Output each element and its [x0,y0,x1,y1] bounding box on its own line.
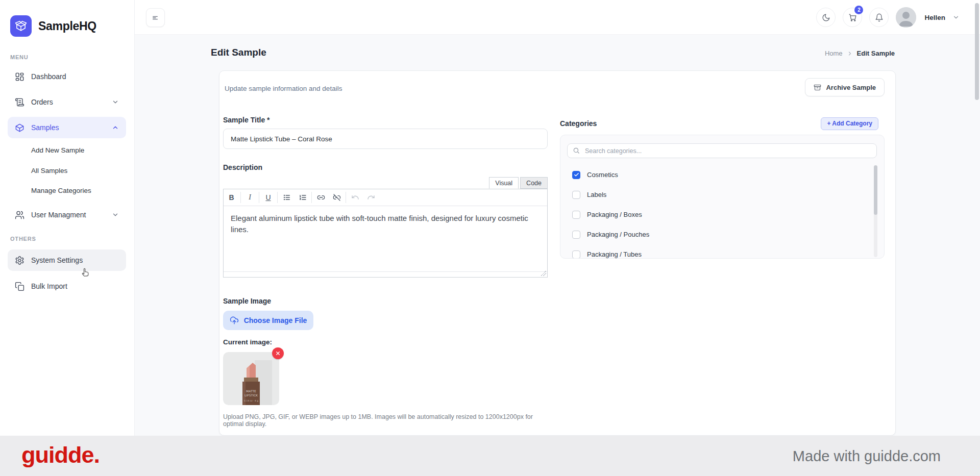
category-item-cosmetics[interactable]: Cosmetics [567,165,877,185]
user-name[interactable]: Hellen [924,14,945,21]
lipstick-image: MATTE LIPSTICK 0.14 oz · 4 g [223,352,279,405]
guidde-footer: guidde. Made with guidde.com [0,436,980,476]
checkbox-checked-icon[interactable] [572,171,580,179]
editor-tabs: Visual Code [223,177,548,189]
cart-badge: 2 [854,6,863,14]
sidebar-item-label: User Managment [31,211,86,219]
dark-mode-button[interactable] [816,8,836,27]
tab-visual[interactable]: Visual [489,177,519,189]
sidebar-item-manage-categories[interactable]: Manage Categories [8,181,126,199]
sidebar-item-system-settings[interactable]: System Settings [8,249,126,271]
underline-button[interactable]: U [260,189,276,206]
sidebar-item-add-new-sample[interactable]: Add New Sample [8,141,126,159]
app-name: SampleHQ [38,19,96,33]
remove-link-button[interactable] [329,189,345,206]
category-item-labels[interactable]: Labels [567,185,877,205]
numbered-list-button[interactable] [295,189,310,206]
dashboard-icon [15,72,24,82]
current-image-thumbnail: MATTE LIPSTICK 0.14 oz · 4 g [223,352,279,405]
sidebar-item-samples[interactable]: Samples [8,117,126,138]
bold-button[interactable]: B [224,189,239,206]
copy-icon [15,282,24,291]
checkbox-icon[interactable] [572,191,580,199]
sidebar-item-label: Dashboard [31,72,66,81]
chevron-right-icon [847,51,853,57]
choose-image-button[interactable]: Choose Image File [223,311,313,330]
category-list: Cosmetics Labels Packaging / Boxes [567,165,877,259]
sample-title-input[interactable] [223,129,548,149]
italic-button[interactable]: I [242,189,258,206]
category-label: Labels [587,191,606,198]
sidebar-item-bulk-import[interactable]: Bulk Import [8,275,126,297]
breadcrumb-home-link[interactable]: Home [825,49,843,57]
sample-title-label: Sample Title * [223,116,548,124]
form-left-column: Sample Title * Description Visual Code B… [223,116,548,445]
sidebar-item-label: System Settings [31,256,83,264]
add-category-button[interactable]: + Add Category [821,117,878,130]
insert-link-button[interactable] [313,189,329,206]
svg-text:0.14 oz · 4 g: 0.14 oz · 4 g [244,399,258,402]
guidde-logo: guidde. [21,441,100,468]
menu-section-label: MENU [10,54,29,60]
sidebar-item-dashboard[interactable]: Dashboard [8,66,126,87]
checkbox-icon[interactable] [572,250,580,259]
gear-icon [15,256,24,265]
user-avatar[interactable] [896,7,916,28]
form-right-column: Categories + Add Category Cosmetics [560,116,885,259]
category-item-packaging-boxes[interactable]: Packaging / Boxes [567,205,877,224]
sidebar-item-user-managment[interactable]: User Managment [8,204,126,226]
archive-button-label: Archive Sample [826,84,876,91]
chevron-down-icon [112,211,119,218]
card-subtitle: Update sample information and details [225,85,342,92]
breadcrumb: Home Edit Sample [825,49,895,57]
category-item-packaging-pouches[interactable]: Packaging / Pouches [567,224,877,244]
cart-button[interactable]: 2 [843,8,862,27]
sidebar-subitem-label: Manage Categories [31,187,91,194]
app-logo[interactable]: SampleHQ [10,15,96,37]
search-icon [573,147,580,154]
category-list-scrollbar[interactable] [874,165,877,257]
scrollbar-thumb[interactable] [874,165,877,215]
redo-button[interactable] [363,189,379,206]
resize-grip[interactable] [541,271,546,276]
category-search-input[interactable] [567,143,877,158]
checkbox-icon[interactable] [572,211,580,219]
category-label: Cosmetics [587,171,618,179]
archive-sample-button[interactable]: Archive Sample [805,78,885,96]
archive-icon [814,84,821,91]
svg-text:LIPSTICK: LIPSTICK [244,393,258,397]
chevron-down-icon[interactable] [952,14,960,21]
category-label: Packaging / Tubes [587,250,642,258]
sidebar-toggle-button[interactable] [146,8,165,27]
svg-text:MATTE: MATTE [246,389,256,393]
bullet-list-button[interactable] [279,189,295,206]
category-item-packaging-tubes[interactable]: Packaging / Tubes [567,244,877,259]
description-editor: B I U [223,189,548,278]
sidebar-subitem-label: Add New Sample [31,146,84,154]
remove-image-button[interactable] [272,347,284,359]
current-image-label: Current image: [223,338,548,346]
notifications-button[interactable] [869,8,889,27]
made-with-text: Made with guidde.com [793,447,941,464]
sample-image-label: Sample Image [223,297,548,305]
sidebar-item-orders[interactable]: Orders [8,91,126,113]
breadcrumb-current: Edit Sample [857,49,895,57]
cloud-upload-icon [230,316,239,325]
users-icon [15,210,24,220]
editor-toolbar: B I U [224,189,547,206]
page-scrollbar-thumb[interactable] [975,3,979,100]
description-textarea[interactable]: Elegant aluminum lipstick tube with soft… [224,206,547,271]
choose-image-label: Choose Image File [244,316,307,324]
sidebar: SampleHQ MENU Dashboard Orders Samples A… [0,0,135,476]
description-label: Description [223,163,548,171]
undo-button[interactable] [347,189,363,206]
category-label: Packaging / Pouches [587,231,649,238]
sidebar-item-label: Samples [31,123,59,132]
receipt-icon [15,97,24,107]
main-content: Edit Sample Home Edit Sample Update samp… [135,35,980,436]
tab-code[interactable]: Code [520,177,548,189]
cart-icon [848,13,857,22]
bell-icon [875,13,884,22]
checkbox-icon[interactable] [572,231,580,239]
sidebar-item-all-samples[interactable]: All Samples [8,161,126,180]
